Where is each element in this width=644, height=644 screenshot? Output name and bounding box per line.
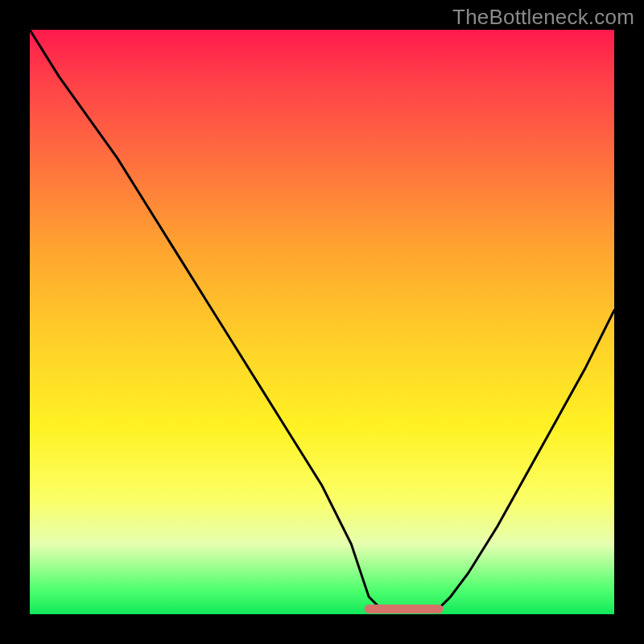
chart-frame: TheBottleneck.com — [0, 0, 644, 644]
curve-layer — [30, 30, 614, 614]
watermark-text: TheBottleneck.com — [452, 5, 634, 30]
plot-area — [30, 30, 614, 614]
bottleneck-curve — [30, 30, 614, 611]
